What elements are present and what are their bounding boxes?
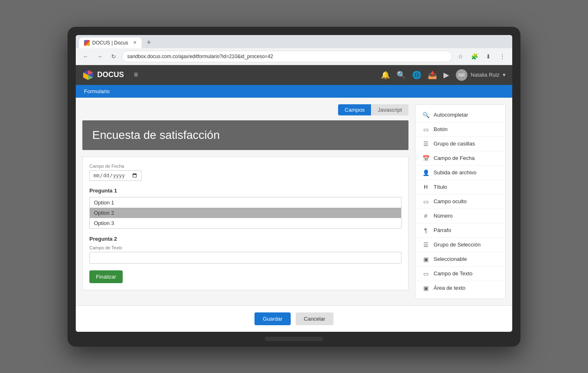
tab-javascript[interactable]: Javascript (371, 104, 408, 115)
user-avatar: NR (456, 69, 467, 81)
sidebar-item-seleccionable[interactable]: ▣ Seleccionable (415, 252, 505, 267)
download-btn[interactable]: ⬇ (483, 51, 494, 62)
sidebar-item-campo-fecha[interactable]: 📅 Campo de Fecha (415, 151, 505, 166)
campo-oculto-icon: ▭ (422, 198, 429, 205)
autocompletar-icon: 🔍 (422, 111, 429, 119)
browser-controls: ← → ↻ ☆ 🧩 ⬇ ⋮ (76, 48, 512, 65)
forward-btn[interactable]: → (94, 51, 105, 62)
sidebar-label-area-texto: Área de texto (434, 285, 465, 291)
numero-icon: # (422, 212, 429, 220)
search-icon[interactable]: 🔍 (397, 70, 406, 80)
form-main: Campos Javascript Encuesta de satisfacci… (82, 104, 408, 299)
parrafo-icon: ¶ (422, 227, 429, 234)
browser-action-area: ☆ 🧩 ⬇ ⋮ (455, 51, 508, 62)
sidebar-item-parrafo[interactable]: ¶ Párrafo (415, 223, 505, 238)
play-icon[interactable]: ▶ (443, 70, 449, 80)
trackpad (265, 337, 323, 341)
pregunta1-listbox[interactable]: Option 1 Option 2 Option 3 (89, 197, 401, 229)
active-tab[interactable]: DOCUS | Docus ✕ (79, 38, 142, 48)
tab-title: DOCUS | Docus (92, 40, 128, 46)
sidebar-label-boton: Botón (434, 126, 448, 132)
user-dropdown-icon: ▾ (503, 72, 506, 78)
form-body: Campo de Fecha Pregunta 1 Option 1 Optio… (82, 157, 408, 290)
sidebar-item-campo-texto[interactable]: ▭ Campo de Texto (415, 267, 505, 281)
cancelar-btn[interactable]: Cancelar (296, 312, 334, 325)
text-field-input[interactable] (89, 252, 401, 264)
guardar-btn[interactable]: Guardar (254, 312, 291, 325)
subida-archivo-icon: 👤 (422, 169, 429, 176)
hamburger-menu-btn[interactable]: ≡ (131, 69, 142, 81)
seleccionable-icon: ▣ (422, 256, 429, 263)
nav-logo: DOCUS (82, 69, 124, 81)
sidebar-item-subida-archivo[interactable]: 👤 Subida de archivo (415, 166, 505, 180)
grupo-seleccion-icon: ☰ (422, 241, 429, 249)
grupo-casillas-icon: ☰ (422, 140, 429, 148)
content-area: Campos Javascript Encuesta de satisfacci… (76, 98, 512, 305)
form-footer: Guardar Cancelar (76, 305, 512, 332)
sidebar-label-seleccionable: Seleccionable (434, 256, 467, 262)
listbox-option-2[interactable]: Option 2 (90, 208, 401, 218)
area-texto-icon: ▣ (422, 284, 429, 292)
sidebar-item-numero[interactable]: # Número (415, 209, 505, 223)
user-initials: NR (458, 73, 465, 77)
sidebar-label-campo-texto: Campo de Texto (434, 270, 472, 277)
tab-favicon (84, 40, 90, 46)
browser-tab-bar: DOCUS | Docus ✕ + (76, 35, 512, 48)
sidebar-label-grupo-casillas: Grupo de casillas (434, 141, 475, 147)
bookmark-btn[interactable]: ☆ (455, 51, 466, 62)
tab-close-btn[interactable]: ✕ (133, 40, 137, 45)
tab-campos[interactable]: Campos (338, 104, 371, 115)
sidebar-label-subida-archivo: Subida de archivo (434, 169, 476, 176)
finalizar-btn[interactable]: Finalizar (89, 270, 123, 283)
breadcrumb-text: Formulario (84, 88, 110, 94)
sidebar-item-grupo-casillas[interactable]: ☰ Grupo de casillas (415, 137, 505, 151)
listbox-option-1[interactable]: Option 1 (90, 197, 401, 208)
campo-fecha-icon: 📅 (422, 155, 429, 162)
share-icon[interactable]: 📤 (428, 70, 437, 80)
tabs-row: Campos Javascript (82, 104, 408, 115)
sidebar-item-grupo-seleccion[interactable]: ☰ Grupo de Selección (415, 238, 505, 252)
breadcrumb: Formulario (76, 85, 512, 98)
new-tab-btn[interactable]: + (143, 38, 154, 47)
globe-icon[interactable]: 🌐 (412, 70, 421, 80)
pregunta2-label: Pregunta 2 (89, 236, 401, 242)
nav-right-area: 🔔 🔍 🌐 📤 ▶ NR Natalia Ruiz ▾ (381, 69, 506, 81)
form-title-block: Encuesta de satisfacción (82, 120, 408, 150)
sidebar-item-boton[interactable]: ▭ Botón (415, 122, 505, 137)
campo-texto-icon: ▭ (422, 270, 429, 277)
menu-btn[interactable]: ⋮ (497, 51, 508, 62)
boton-icon: ▭ (422, 126, 429, 133)
notification-icon[interactable]: 🔔 (381, 70, 390, 80)
sidebar-item-campo-oculto[interactable]: ▭ Campo oculto (415, 195, 505, 209)
sidebar-item-area-texto[interactable]: ▣ Área de texto (415, 281, 505, 295)
date-input[interactable] (89, 170, 142, 181)
listbox-option-3[interactable]: Option 3 (90, 218, 401, 228)
titulo-icon: H (422, 183, 429, 191)
sidebar-label-autocompletar: Autocompletar (434, 112, 468, 118)
sidebar-item-autocompletar[interactable]: 🔍 Autocompletar (415, 108, 505, 122)
pregunta1-label: Pregunta 1 (89, 188, 401, 194)
docus-logo-icon (82, 69, 94, 81)
user-name-label: Natalia Ruiz (471, 72, 499, 78)
form-title: Encuesta de satisfacción (92, 129, 399, 142)
refresh-btn[interactable]: ↻ (108, 51, 119, 62)
address-bar[interactable] (122, 51, 452, 62)
sidebar-label-campo-oculto: Campo oculto (434, 198, 467, 204)
date-field-label: Campo de Fecha (89, 164, 401, 169)
text-field-label: Campo de Texto (89, 245, 401, 250)
sidebar-label-grupo-seleccion: Grupo de Selección (434, 242, 481, 248)
sidebar-label-campo-fecha: Campo de Fecha (434, 155, 475, 161)
sidebar-label-numero: Número (434, 213, 453, 219)
extensions-btn[interactable]: 🧩 (469, 51, 480, 62)
form-sidebar: 🔍 Autocompletar ▭ Botón ☰ Grupo de casil… (415, 104, 506, 299)
app-navbar: DOCUS ≡ 🔔 🔍 🌐 📤 ▶ NR Natalia Ruiz ▾ (76, 65, 512, 85)
nav-logo-text: DOCUS (97, 70, 124, 79)
back-btn[interactable]: ← (80, 51, 91, 62)
user-menu-btn[interactable]: NR Natalia Ruiz ▾ (456, 69, 506, 81)
sidebar-item-titulo[interactable]: H Título (415, 180, 505, 195)
sidebar-label-titulo: Título (434, 184, 447, 190)
sidebar-label-parrafo: Párrafo (434, 227, 451, 233)
